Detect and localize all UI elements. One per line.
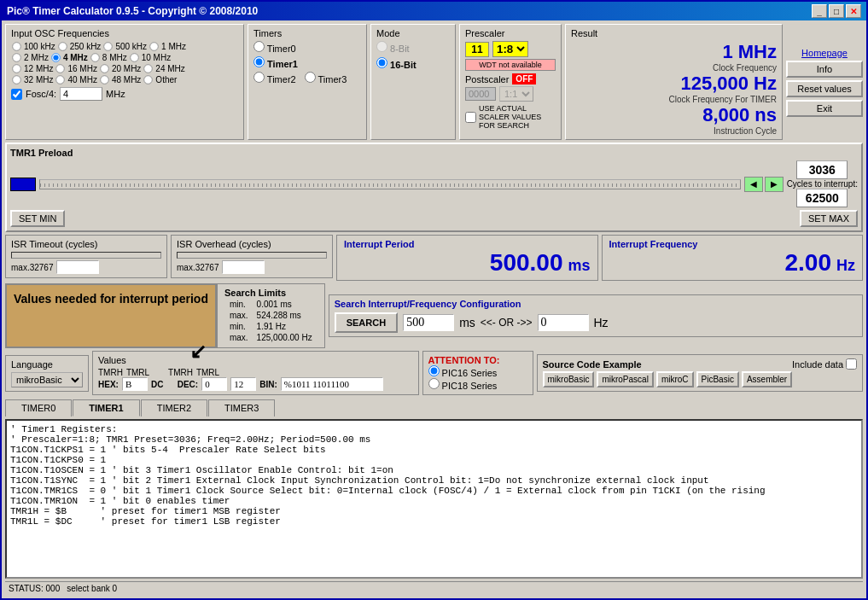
osc-24m[interactable]: 24 MHz [143,63,184,74]
maximize-button[interactable]: □ [829,4,844,18]
mode-8bit[interactable]: 8-Bit [376,44,410,54]
code-content: ' Timer1 Registers: ' Prescaler=1:8; TMR… [10,424,858,527]
osc-1m[interactable]: 1 MHz [149,41,186,52]
tab-timer0[interactable]: TIMER0 [5,399,72,417]
isr-timeout-label: ISR Timeout (cycles) [11,239,161,249]
prescaler-panel: Prescaler 11 1:8 1:1 1:2 1:4 WDT not ava… [459,24,562,140]
osc-10m[interactable]: 10 MHz [129,52,171,63]
dc-label: DC [151,380,163,389]
osc-40m[interactable]: 40 MHz [55,74,96,85]
use-actual-row: USE ACTUAL SCALER VALUES FOR SEARCH [465,104,556,130]
osc-other[interactable]: Other [143,74,177,85]
slider-controls: ◀ ▶ [744,177,784,192]
isr-timeout-input[interactable] [56,260,99,274]
osc-2m[interactable]: 2 MHz [11,52,49,63]
fosc-checkbox[interactable] [11,89,22,100]
clock-freq: 1 MHz [571,41,777,63]
osc-4m[interactable]: 4 MHz [50,52,88,63]
prescaler-value: 11 [465,42,489,57]
osc-12m[interactable]: 12 MHz [11,63,53,74]
prescaler-label: Prescaler [465,28,556,38]
interrupt-freq-value: 2.00 [785,249,832,277]
assembler-source-button[interactable]: Assembler [742,371,792,387]
isr-timeout-max: max.32767 [11,263,53,272]
osc-500k[interactable]: 500 kHz [102,41,147,52]
mikropascal-source-button[interactable]: mikroPascal [597,371,653,387]
tab-timer1[interactable]: TIMER1 [73,399,139,417]
info-button[interactable]: Info [786,61,863,78]
postscaler-value [465,87,496,101]
osc-100k[interactable]: 100 kHz [11,41,55,52]
minimize-button[interactable]: _ [812,4,827,18]
timer0-radio[interactable]: Timer0 [253,44,296,54]
hex-row: HEX: DC DEC: BIN: [98,377,413,391]
language-select[interactable]: mikroBasic mikroPascal mikroC PicBasic A… [11,372,83,387]
osc-row4: 32 MHz 40 MHz 48 MHz Other [11,74,238,85]
code-area[interactable]: ' Timer1 Registers: ' Prescaler=1:8; TMR… [5,419,863,579]
fosc-input[interactable] [60,87,102,101]
tmrh2-label: TMRH [168,368,193,377]
search-button[interactable]: SEARCH [335,312,398,333]
isr-overhead-input[interactable] [222,260,265,274]
reset-values-button[interactable]: Reset values [786,80,863,97]
picbasic-source-button[interactable]: PicBasic [696,371,739,387]
nav-left-button[interactable]: ◀ [744,177,763,192]
mikroc-source-button[interactable]: mikroC [656,371,694,387]
search-interrupt-label: Search Interrupt/Frequency Configuration [335,299,857,309]
include-data-checkbox[interactable] [846,358,857,370]
period-input[interactable] [403,314,454,331]
osc-250k[interactable]: 250 kHz [57,41,102,52]
pic18-radio[interactable]: PIC18 Series [428,378,527,391]
exit-button[interactable]: Exit [786,100,863,117]
timer2-radio[interactable]: Timer2 [253,72,296,84]
prescaler-ratio[interactable]: 1:8 1:1 1:2 1:4 [492,41,528,57]
freq-input[interactable] [538,314,589,331]
timer3-radio[interactable]: Timer3 [305,72,347,84]
slider-track[interactable] [39,179,741,189]
instruction-cycle: 8,000 ns [571,104,777,126]
set-min-button[interactable]: SET MIN [10,210,65,227]
tmrl-dec-input[interactable] [230,377,256,391]
slider-area: ◀ ▶ 3036 Cycles to interrupt: 62500 [10,160,858,207]
timer1-radio[interactable]: Timer1 [253,56,298,69]
tmr1-preload-label: TMR1 Preload [10,148,858,158]
mikrobasic-source-button[interactable]: mikroBasic [543,371,595,387]
tab-timer2[interactable]: TIMER2 [141,399,207,417]
osc-8m[interactable]: 8 MHz [90,52,127,63]
mode-16bit[interactable]: 16-Bit [376,57,450,70]
fosc-row: Fosc/4: MHz [11,87,238,101]
use-actual-checkbox[interactable] [465,112,476,123]
include-label: Include data [792,359,843,370]
homepage-button[interactable]: Homepage [786,48,863,58]
isr-overhead-label: ISR Overhead (cycles) [177,239,327,249]
bin-input[interactable] [281,377,383,391]
values-panel: Values TMRH TMRL TMRH TMRL HEX: DC DEC: [92,351,419,395]
tmrh-dec-input[interactable] [201,377,227,391]
status-bar: STATUS: 000 select bank 0 [5,581,863,595]
use-actual-label: USE ACTUAL SCALER VALUES FOR SEARCH [479,104,556,130]
close-button[interactable]: ✕ [846,4,861,18]
or-label: <<- OR ->> [481,317,533,329]
osc-48m[interactable]: 48 MHz [99,74,141,85]
tmrh-hex-input[interactable] [122,377,148,391]
main-window: Pic® Timer Calculator 0.9.5 - Copyright … [0,0,868,600]
osc-20m[interactable]: 20 MHz [99,63,141,74]
tmr1-preload-panel: TMR1 Preload ◀ ▶ 3036 Cycles to interrup… [5,143,863,232]
mode-label: Mode [376,28,450,38]
tab-timer3[interactable]: TIMER3 [208,399,275,417]
tab-row: TIMER0 TIMER1 TIMER2 TIMER3 [5,399,863,417]
osc-label: Input OSC Frequencies [11,28,238,38]
interrupt-freq-unit: Hz [836,257,855,275]
nav-right-button[interactable]: ▶ [765,177,784,192]
set-max-button[interactable]: SET MAX [800,210,858,227]
bottom-controls: Language mikroBasic mikroPascal mikroC P… [5,351,863,395]
postscaler-label: Postscaler [465,74,509,84]
result-label: Result [571,28,777,38]
main-content: Input OSC Frequencies 100 kHz 250 kHz 50… [2,20,866,598]
osc-32m[interactable]: 32 MHz [11,74,53,85]
pic16-radio[interactable]: PIC16 Series [428,365,527,378]
isr-overhead-max: max.32767 [177,263,218,272]
osc-16m[interactable]: 16 MHz [55,63,96,74]
attention-label: ATTENTION TO: [428,355,527,365]
values-label: Values [98,355,413,365]
